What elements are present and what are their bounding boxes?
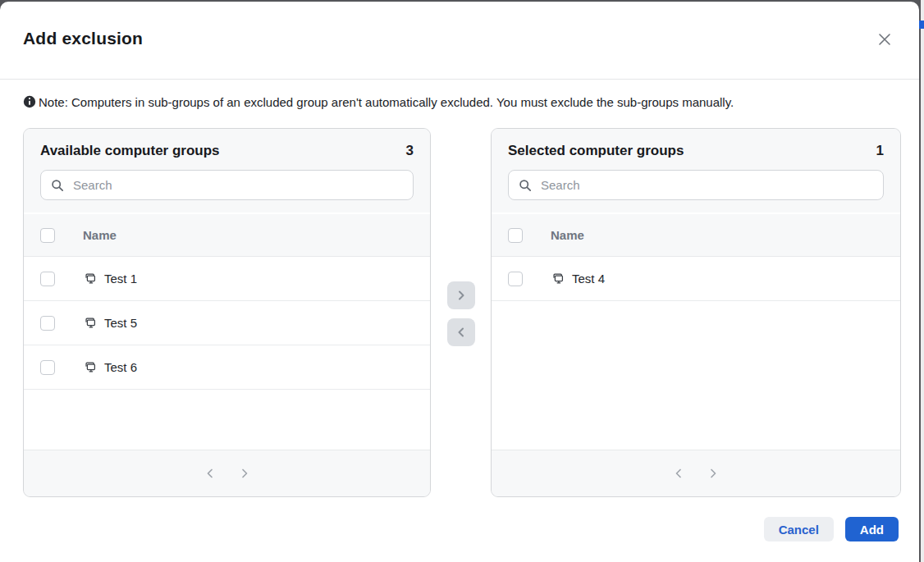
- selected-table-header: Name: [492, 214, 900, 257]
- table-row[interactable]: Test 5: [24, 301, 430, 345]
- dual-list-transfer: Available computer groups 3 Name: [23, 128, 919, 497]
- selected-panel-top: Selected computer groups 1: [492, 129, 900, 212]
- row-label: Test 5: [104, 316, 137, 330]
- row-checkbox[interactable]: [508, 272, 523, 286]
- table-row[interactable]: Test 1: [24, 257, 430, 301]
- row-label: Test 6: [104, 360, 137, 374]
- transfer-controls: [431, 128, 491, 497]
- close-button[interactable]: [876, 30, 894, 48]
- computer-group-icon: [83, 272, 98, 286]
- move-left-button[interactable]: [447, 318, 475, 346]
- chevron-left-icon: [455, 327, 467, 338]
- select-all-checkbox[interactable]: [508, 228, 523, 243]
- available-pagination: [24, 450, 430, 496]
- chevron-right-icon: [707, 468, 719, 479]
- select-all-checkbox[interactable]: [40, 228, 55, 243]
- available-table-header: Name: [24, 214, 430, 257]
- selected-count-badge: 1: [876, 143, 884, 159]
- selected-search-box: [508, 170, 884, 200]
- chevron-left-icon: [673, 468, 684, 479]
- add-button[interactable]: Add: [845, 517, 899, 541]
- available-groups-panel: Available computer groups 3 Name: [23, 128, 431, 497]
- computer-group-icon: [83, 316, 98, 331]
- page-behind-modal: [919, 0, 924, 562]
- row-label: Test 4: [572, 272, 605, 286]
- dialog-header: Add exclusion: [0, 2, 919, 80]
- cancel-button[interactable]: Cancel: [764, 517, 834, 541]
- selected-groups-panel: Selected computer groups 1 Name: [491, 128, 901, 497]
- table-row[interactable]: Test 4: [492, 257, 900, 301]
- note-text: Note: Computers in sub-groups of an excl…: [39, 95, 734, 109]
- name-column-header: Name: [83, 228, 117, 242]
- move-right-button[interactable]: [447, 281, 475, 309]
- pagination-next-button[interactable]: [238, 467, 251, 480]
- dialog-actions: Cancel Add: [0, 517, 899, 541]
- row-checkbox[interactable]: [40, 360, 55, 375]
- available-panel-title: Available computer groups: [40, 143, 220, 159]
- pagination-next-button[interactable]: [707, 467, 720, 480]
- selected-panel-title: Selected computer groups: [508, 143, 684, 159]
- available-count-badge: 3: [406, 143, 414, 159]
- selected-rows: Test 4: [492, 257, 900, 450]
- info-icon: [23, 95, 36, 108]
- available-rows: Test 1 Test 5 Test 6: [24, 257, 430, 450]
- selected-pagination: [492, 450, 900, 496]
- available-search-input[interactable]: [73, 178, 403, 192]
- computer-group-icon: [551, 272, 565, 286]
- search-icon: [51, 179, 64, 192]
- chevron-right-icon: [239, 468, 250, 479]
- computer-group-icon: [83, 360, 98, 375]
- pagination-prev-button[interactable]: [672, 467, 685, 480]
- selected-search-input[interactable]: [541, 178, 873, 192]
- available-panel-top: Available computer groups 3: [24, 129, 430, 212]
- pagination-prev-button[interactable]: [204, 467, 217, 480]
- row-checkbox[interactable]: [40, 272, 55, 286]
- chevron-right-icon: [455, 290, 467, 301]
- row-label: Test 1: [104, 272, 137, 286]
- search-icon: [519, 179, 532, 192]
- row-checkbox[interactable]: [40, 316, 55, 331]
- page-behind-accent: [919, 21, 924, 29]
- table-row[interactable]: Test 6: [24, 345, 430, 390]
- add-exclusion-dialog: Add exclusion Note: Computers in sub-gro…: [0, 2, 919, 562]
- close-icon: [877, 32, 892, 47]
- dialog-title: Add exclusion: [23, 29, 143, 48]
- note-row: Note: Computers in sub-groups of an excl…: [23, 93, 896, 111]
- name-column-header: Name: [551, 228, 584, 242]
- available-search-box: [40, 170, 414, 200]
- chevron-left-icon: [204, 468, 216, 479]
